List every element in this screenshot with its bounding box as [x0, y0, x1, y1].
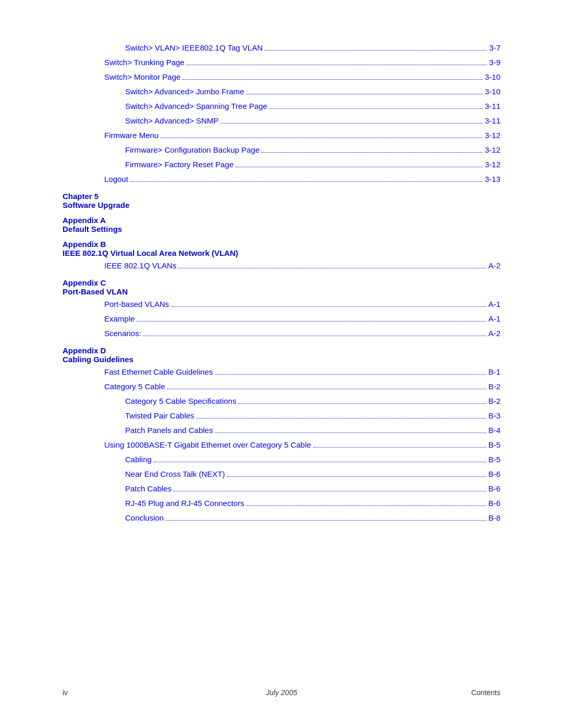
appendix-b-line1: Appendix B	[63, 240, 500, 249]
toc-page: B-2	[488, 395, 500, 408]
toc-entry-logout[interactable]: Logout 3-13	[63, 173, 500, 186]
toc-label: Patch Panels and Cables	[125, 424, 213, 437]
toc-label: Switch> VLAN> IEEE802.1Q Tag VLAN	[125, 42, 263, 54]
toc-entry-patch-panels[interactable]: Patch Panels and Cables B-4	[63, 424, 500, 437]
toc-label: Example	[104, 313, 134, 325]
chapter5-line1: Chapter 5	[63, 192, 500, 201]
toc-label: RJ-45 Plug and RJ-45 Connectors	[125, 497, 244, 510]
toc-dots	[215, 433, 486, 433]
toc-entry-switch-trunking[interactable]: Switch> Trunking Page 3-9	[63, 56, 500, 69]
toc-label: Firmware> Configuration Backup Page	[125, 144, 260, 156]
toc-dots	[197, 418, 486, 418]
toc-page: B-2	[488, 380, 500, 393]
toc-label: Cabling	[125, 453, 152, 466]
toc-label: Switch> Trunking Page	[104, 56, 185, 69]
toc-dots	[137, 321, 486, 322]
toc-page: B-3	[488, 410, 500, 422]
toc-entry-category5[interactable]: Category 5 Cable B-2	[63, 380, 500, 393]
toc-entry-scenarios[interactable]: Scenarios: A-2	[63, 327, 500, 340]
toc-label: Category 5 Cable Specifications	[125, 395, 236, 408]
toc-dots	[154, 462, 486, 462]
footer: iv July 2005 Contents	[0, 688, 563, 697]
toc-dots	[265, 50, 487, 51]
toc-dots	[215, 374, 486, 375]
toc-dots	[143, 336, 486, 336]
toc-page: A-2	[488, 327, 500, 340]
toc-page: 3-9	[489, 56, 500, 69]
toc-entry-category5-specs[interactable]: Category 5 Cable Specifications B-2	[63, 395, 500, 408]
toc-page: 3-13	[485, 173, 500, 186]
chapter5-line2: Software Upgrade	[63, 201, 500, 209]
chapter5-heading: Chapter 5 Software Upgrade	[63, 192, 500, 209]
toc-label: Firmware> Factory Reset Page	[125, 158, 234, 171]
toc-entry-firmware-config[interactable]: Firmware> Configuration Backup Page 3-12	[63, 144, 500, 156]
toc-page: B-6	[488, 497, 500, 510]
toc-label: Category 5 Cable	[104, 380, 165, 393]
toc-entry-example[interactable]: Example A-1	[63, 313, 500, 325]
toc-dots	[161, 138, 483, 138]
footer-page-number: iv	[63, 688, 68, 697]
toc-entry-firmware-menu[interactable]: Firmware Menu 3-12	[63, 129, 500, 142]
toc-label: Fast Ethernet Cable Guidelines	[104, 366, 213, 378]
toc-dots	[262, 152, 483, 153]
toc-page: 3-12	[485, 158, 500, 171]
toc-entry-ieee-vlans[interactable]: IEEE 802.1Q VLANs A-2	[63, 260, 500, 272]
toc-page: B-5	[488, 439, 500, 451]
toc-page: A-1	[488, 298, 500, 311]
toc-entry-switch-advanced-snmp[interactable]: Switch> Advanced> SNMP 3-11	[63, 115, 500, 127]
toc-entry-switch-vlan-ieee[interactable]: Switch> VLAN> IEEE802.1Q Tag VLAN 3-7	[63, 42, 500, 54]
toc-label: Switch> Advanced> Jumbo Frame	[125, 85, 244, 98]
toc-page: B-8	[488, 512, 500, 524]
toc-page: 3-12	[485, 129, 500, 142]
toc-label: Using 1000BASE-T Gigabit Ethernet over C…	[104, 439, 311, 451]
toc-label: Conclusion	[125, 512, 164, 524]
toc-entry-next[interactable]: Near End Cross Talk (NEXT) B-6	[63, 468, 500, 480]
toc-dots	[246, 505, 486, 506]
toc-entry-switch-monitor[interactable]: Switch> Monitor Page 3-10	[63, 71, 500, 83]
toc-label: Firmware Menu	[104, 129, 158, 142]
toc-page: 3-11	[485, 115, 500, 127]
toc-page: 3-7	[489, 42, 500, 54]
toc-label: Near End Cross Talk (NEXT)	[125, 468, 225, 480]
toc-entry-cabling[interactable]: Cabling B-5	[63, 453, 500, 466]
toc-page: B-5	[488, 453, 500, 466]
toc-entry-twisted-pair[interactable]: Twisted Pair Cables B-3	[63, 410, 500, 422]
toc-entry-rj45[interactable]: RJ-45 Plug and RJ-45 Connectors B-6	[63, 497, 500, 510]
toc-entry-patch-cables[interactable]: Patch Cables B-6	[63, 483, 500, 495]
toc-label: Patch Cables	[125, 483, 172, 495]
toc-entry-switch-advanced-spanning[interactable]: Switch> Advanced> Spanning Tree Page 3-1…	[63, 100, 500, 113]
appendix-c-line1: Appendix C	[63, 278, 500, 287]
appendix-b-line2: IEEE 802.1Q Virtual Local Area Network (…	[63, 249, 500, 257]
toc-entry-1000base[interactable]: Using 1000BASE-T Gigabit Ethernet over C…	[63, 439, 500, 451]
toc-page: B-6	[488, 468, 500, 480]
toc-dots	[227, 476, 486, 477]
toc-page: A-1	[488, 313, 500, 325]
toc-dots	[182, 79, 483, 80]
toc-page: B-1	[488, 366, 500, 378]
toc-dots	[246, 94, 483, 94]
appendix-d-line2: Cabling Guidelines	[63, 355, 500, 364]
toc-entry-conclusion[interactable]: Conclusion B-8	[63, 512, 500, 524]
footer-label: Contents	[471, 688, 500, 697]
appendix-d-heading: Appendix D Cabling Guidelines	[63, 346, 500, 364]
toc-label: Logout	[104, 173, 128, 186]
toc-dots	[238, 403, 486, 404]
appendix-d-line1: Appendix D	[63, 346, 500, 355]
toc-label: Port-based VLANs	[104, 298, 169, 311]
toc-dots	[130, 181, 483, 182]
toc-entry-fast-ethernet[interactable]: Fast Ethernet Cable Guidelines B-1	[63, 366, 500, 378]
appendix-a-line1: Appendix A	[63, 216, 500, 225]
toc-dots	[171, 306, 486, 307]
appendix-b-heading: Appendix B IEEE 802.1Q Virtual Local Are…	[63, 240, 500, 257]
appendix-c-line2: Port-Based VLAN	[63, 287, 500, 296]
toc-entry-switch-advanced-jumbo[interactable]: Switch> Advanced> Jumbo Frame 3-10	[63, 85, 500, 98]
toc-page: 3-11	[485, 100, 500, 113]
toc-page: A-2	[488, 260, 500, 272]
appendix-c-heading: Appendix C Port-Based VLAN	[63, 278, 500, 296]
appendix-a-heading: Appendix A Default Settings	[63, 216, 500, 233]
toc-label: Twisted Pair Cables	[125, 410, 194, 422]
toc-dots	[174, 491, 486, 491]
toc-entry-port-based-vlans[interactable]: Port-based VLANs A-1	[63, 298, 500, 311]
toc-entry-firmware-factory[interactable]: Firmware> Factory Reset Page 3-12	[63, 158, 500, 171]
toc-dots	[236, 167, 483, 167]
